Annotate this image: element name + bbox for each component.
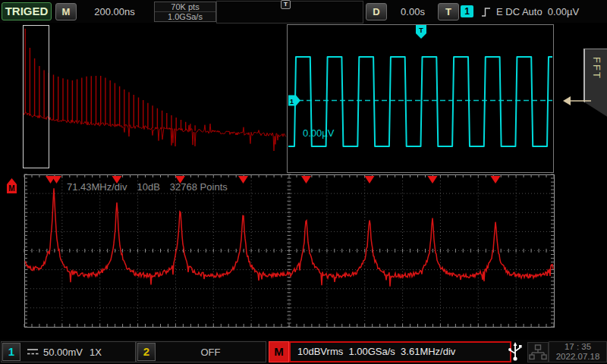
fft-overview-annotation: 71.43MHz/div 10dB 32768 Points (67, 181, 228, 193)
fft-db-per-div: 10dB (137, 181, 159, 193)
memory-depth: 70K pts (155, 2, 215, 11)
channel2-status-box[interactable]: 2 OFF (136, 341, 266, 362)
sample-rate: 1.0GSa/s (155, 11, 215, 21)
usb-icon (505, 340, 527, 364)
date-readout: 2022.07.18 (549, 352, 606, 362)
top-status-bar: TRIGED M 200.00ns 70K pts 1.0GSa/s T D 0… (0, 0, 607, 23)
channel2-badge: 2 (137, 343, 156, 361)
oscilloscope-screen: TRIGED M 200.00ns 70K pts 1.0GSa/s T D 0… (0, 0, 607, 364)
trigger-position-flag[interactable]: T (281, 0, 291, 9)
acquisition-info-box: 70K pts 1.0GSa/s (154, 2, 216, 22)
menu-button-m[interactable]: M (55, 3, 77, 20)
lan-icon (527, 342, 549, 362)
math-status-box[interactable]: 10dBVrms 1.00GSa/s 3.61MHz/div (289, 341, 511, 362)
trigger-mode: E DC Auto (496, 6, 543, 17)
timebase-readout: 200.00ns (80, 6, 149, 17)
display-area: 71.43MHz/div 10dB 32768 Points 0.00µV FF… (0, 23, 607, 340)
channel1-status-box[interactable]: 1 50.00mV 1X (1, 341, 136, 362)
trigger-source-badge[interactable]: 1 (461, 5, 473, 17)
fft-tab-label: FFT (591, 57, 602, 80)
delay-readout: 0.00s (388, 6, 437, 17)
clock-box: 17 : 35 2022.07.18 (549, 341, 607, 362)
channel2-status: OFF (156, 347, 266, 358)
bottom-status-bar: 1 50.00mV 1X 2 OFF M 10dBVrms 1.00GSa/s … (0, 340, 607, 364)
delay-button-d[interactable]: D (366, 3, 387, 20)
fft-side-tab[interactable]: FFT (583, 49, 607, 118)
channel1-scale: 50.00mV (43, 347, 83, 358)
time-readout: 17 : 35 (549, 342, 606, 352)
trigger-status-badge: TRIGED (2, 2, 52, 20)
channel1-level-label: 0.00µV (303, 127, 334, 139)
trigger-button-t[interactable]: T (438, 3, 459, 20)
math-badge[interactable]: M (269, 341, 289, 362)
fft-freq-per-div: 71.43MHz/div (67, 181, 127, 193)
trigger-level-readout: 0.00µV (548, 6, 579, 17)
channel1-probe: 1X (90, 347, 102, 358)
dc-coupling-icon (26, 347, 39, 357)
rising-edge-icon (481, 6, 491, 17)
trigger-info: E DC Auto 0.00µV (481, 5, 579, 17)
channel1-badge: 1 (2, 343, 20, 361)
fft-points: 32768 Points (170, 181, 228, 193)
